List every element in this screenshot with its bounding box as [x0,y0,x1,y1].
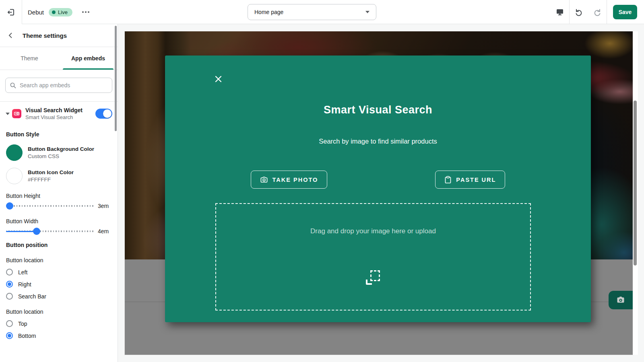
slider-track[interactable] [6,228,95,235]
clipboard-icon [444,176,452,184]
smart-visual-search-modal: Smart Visual Search Search by image to f… [165,56,591,322]
radio-icon[interactable] [6,269,13,276]
section-heading-button-style: Button Style [6,131,111,138]
live-badge-label: Live [58,9,68,15]
live-dot-icon [52,10,56,14]
slider-label-button-width: Button Width [6,218,111,224]
theme-name: Debut [28,9,44,16]
redo-icon [593,8,602,16]
radio-group-label: Button location [6,309,111,315]
slider-button-height: 3em [6,202,111,210]
embed-subtitle: Smart Visual Search [25,114,95,120]
slider-label-button-height: Button Height [6,193,111,199]
dropzone-text: Drag and drop your image here or upload [216,227,530,235]
radio-option-left[interactable]: Left [6,269,111,276]
setting-value: Custom CSS [28,153,94,159]
page-selector-dropdown[interactable]: Home page [248,4,376,20]
overflow-menu-icon [82,11,84,13]
slider-thumb[interactable] [6,202,13,210]
setting-button-icon-color: Button Icon Color #FFFFFF [6,168,111,184]
tab-app-embeds[interactable]: App embeds [59,47,118,70]
theme-actions-menu-button[interactable] [80,9,92,15]
sidebar-title: Theme settings [23,32,67,39]
take-photo-label: TAKE PHOTO [272,177,318,183]
theme-settings-sidebar: Theme settings Theme App embeds Visual S… [0,24,118,362]
sidebar-tabs: Theme App embeds [0,47,118,70]
visual-search-widget-button[interactable] [609,291,633,309]
back-button[interactable] [6,31,14,39]
redo-button[interactable] [588,5,607,19]
radio-option-top[interactable]: Top [6,320,111,327]
sidebar-header: Theme settings [0,24,118,47]
embed-enabled-toggle[interactable] [95,109,112,119]
camera-icon [260,176,268,184]
modal-actions: TAKE PHOTO PASTE URL [165,171,591,189]
disclosure-caret-icon[interactable] [6,113,10,115]
preview-scrollbar-thumb[interactable] [634,101,637,265]
search-icon [10,82,17,89]
modal-title: Smart Visual Search [165,104,591,116]
paste-url-button[interactable]: PASTE URL [435,171,505,189]
setting-value: #FFFFFF [28,177,74,183]
embed-title: Visual Search Widget [25,107,95,113]
exit-icon [7,8,15,16]
close-icon [214,75,223,83]
exit-editor-button[interactable] [0,0,22,24]
preview-canvas: y Smart Visual Search Search by image to… [118,24,644,362]
setting-label: Button Background Color [28,146,94,152]
slider-button-width: 4em [6,228,111,235]
close-button[interactable] [213,74,223,84]
camera-widget-icon [615,295,626,305]
section-heading-button-position: Button position [6,242,111,248]
save-button[interactable]: Save [613,5,637,19]
radio-checked-icon[interactable] [6,332,13,339]
setting-button-background-color: Button Background Color Custom CSS [6,144,111,161]
take-photo-button[interactable]: TAKE PHOTO [251,171,328,189]
back-chevron-icon [7,32,14,39]
radio-icon[interactable] [6,320,13,327]
page-selector-value: Home page [254,9,283,15]
slider-value: 3em [98,203,111,209]
slider-track[interactable] [6,202,95,210]
topbar: Debut Live Home page [0,0,644,24]
search-input[interactable] [20,82,108,88]
radio-icon[interactable] [6,293,13,300]
app-embed-row: Visual Search Widget Smart Visual Search [0,101,118,124]
slider-thumb[interactable] [33,228,40,235]
radio-option-right[interactable]: Right [6,281,111,288]
radio-group-label: Button location [6,257,111,263]
sidebar-scrollbar[interactable] [115,26,117,131]
radio-option-bottom[interactable]: Bottom [6,332,111,339]
tab-theme[interactable]: Theme [0,47,59,70]
visual-search-app-icon [12,109,21,118]
crop-area-icon [366,270,380,285]
store-preview: y Smart Visual Search Search by image to… [125,31,633,355]
color-swatch-green[interactable] [6,144,23,161]
undo-button[interactable] [570,5,588,19]
setting-label: Button Icon Color [28,169,74,175]
radio-option-search-bar[interactable]: Search Bar [6,293,111,300]
search-box [5,78,112,93]
live-status-badge: Live [49,8,72,16]
topbar-divider [607,0,607,24]
device-preview-button[interactable] [551,5,569,19]
modal-subtitle: Search by image to find similar products [165,138,591,145]
chevron-down-icon [365,11,369,13]
preview-scrollbar-track[interactable] [633,31,638,355]
undo-icon [574,8,583,16]
image-dropzone[interactable]: Drag and drop your image here or upload [215,203,531,311]
paste-url-label: PASTE URL [456,177,496,183]
radio-checked-icon[interactable] [6,281,13,288]
monitor-icon [555,8,564,16]
slider-value: 4em [98,228,111,234]
color-swatch-white[interactable] [6,168,23,184]
